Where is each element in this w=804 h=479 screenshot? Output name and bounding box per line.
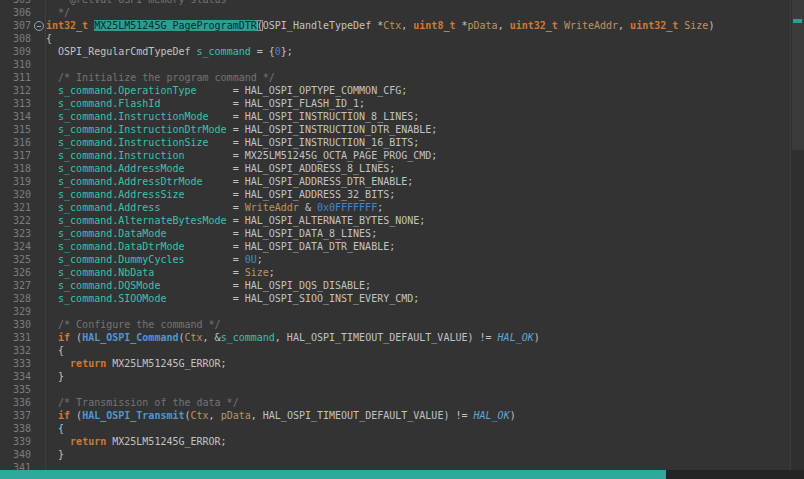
code-line: 309 OSPI_RegularCmdTypeDef s_command = {… [0,45,790,58]
code-token [46,46,58,57]
code-token: int32_t [46,20,88,31]
fold-column [31,84,46,97]
code-token: s_command.InstructionSize [58,137,209,148]
fold-collapse-icon[interactable] [34,21,44,31]
code-text: } [46,370,790,383]
code-token: HAL_OK [498,332,534,343]
code-token [46,293,58,304]
line-number: 329 [0,305,31,318]
code-token: /* Initialize the program command */ [46,72,275,83]
code-text: s_command.SIOOMode = HAL_OSPI_SIOO_INST_… [46,292,790,305]
code-line: 319 s_command.AddressDtrMode = HAL_OSPI_… [0,175,790,188]
fold-column [31,6,46,19]
code-token: , [498,20,510,31]
code-text: /* Transmission of the data */ [46,396,790,409]
code-token: HAL_OSPI_DATA_DTR_ENABLE; [245,241,396,252]
code-line: 324 s_command.DataDtrMode = HAL_OSPI_DAT… [0,240,790,253]
line-number: 331 [0,331,31,344]
horizontal-scrollbar[interactable] [0,470,804,479]
code-line: 333 return MX25LM51245G_ERROR; [0,357,790,370]
fold-column [31,123,46,136]
code-token: Ctx [185,332,203,343]
fold-column [31,383,46,396]
occurrence-highlight: MX25LM51245G_PageProgramDTR [94,20,257,31]
code-token [46,254,58,265]
code-token: s_command.OperationType [58,85,196,96]
code-token: = [166,293,244,304]
line-number: 325 [0,253,31,266]
line-number: 308 [0,32,31,45]
fold-column [31,214,46,227]
code-text: /* Initialize the program command */ [46,71,790,84]
code-token: pData [468,20,498,31]
code-line: 335 [0,383,790,396]
code-token: Size [245,267,269,278]
code-token [46,241,58,252]
code-text: s_command.FlashId = HAL_OSPI_FLASH_ID_1; [46,97,790,110]
code-token: s_command.DataDtrMode [58,241,184,252]
code-line: 315 s_command.InstructionDtrMode = HAL_O… [0,123,790,136]
code-token: HAL_OSPI_TIMEOUT_DEFAULT_VALUE [287,332,468,343]
line-number: 339 [0,435,31,448]
code-token: WriteAddr [564,20,618,31]
line-number: 319 [0,175,31,188]
code-token: uint32_t [510,20,558,31]
vertical-scrollbar[interactable] [790,0,804,470]
fold-column [31,110,46,123]
code-token: Size [684,20,708,31]
code-text: s_command.InstructionSize = HAL_OSPI_INS… [46,136,790,149]
code-token: ; [257,254,263,265]
code-token [46,98,58,109]
code-token: = [209,137,245,148]
code-token: ( [70,332,82,343]
code-token: if [58,332,70,343]
code-text: s_command.NbData = Size; [46,266,790,279]
line-number: 311 [0,71,31,84]
code-token: HAL_OSPI_SIOO_INST_EVERY_CMD; [245,293,420,304]
code-token: Ctx [383,20,401,31]
code-token: pData [221,410,251,421]
code-text: s_command.OperationType = HAL_OSPI_OPTYP… [46,84,790,97]
code-line: 327 s_command.DQSMode = HAL_OSPI_DQS_DIS… [0,279,790,292]
code-token [46,228,58,239]
code-token: = [227,215,245,226]
fold-column [31,292,46,305]
horizontal-scrollbar-thumb[interactable] [0,470,666,479]
code-text: s_command.InstructionMode = HAL_OSPI_INS… [46,110,790,123]
code-token: * [371,20,383,31]
code-token [46,280,58,291]
code-token: , & [203,332,221,343]
code-token: = [184,150,244,161]
fold-column [31,188,46,201]
line-number: 326 [0,266,31,279]
line-number: 332 [0,344,31,357]
code-text: if (HAL_OSPI_Transmit(Ctx, pData, HAL_OS… [46,409,790,422]
fold-column [31,45,46,58]
fold-column [31,175,46,188]
line-number: 328 [0,292,31,305]
code-line: 337 if (HAL_OSPI_Transmit(Ctx, pData, HA… [0,409,790,422]
line-number: 338 [0,422,31,435]
fold-column [31,279,46,292]
code-text: s_command.Address = WriteAddr & 0x0FFFFF… [46,201,790,214]
code-lines[interactable]: 305 * @retval OSPI memory status306 */30… [0,0,790,474]
code-text: s_command.DataDtrMode = HAL_OSPI_DATA_DT… [46,240,790,253]
code-token: ) != [467,332,497,343]
code-token: HAL_OSPI_OPTYPE_COMMON_CFG; [245,85,408,96]
code-token: HAL_OSPI_ADDRESS_DTR_ENABLE; [245,176,414,187]
fold-column [31,318,46,331]
code-token: , [209,410,221,421]
code-token [46,410,58,421]
line-number: 310 [0,58,31,71]
code-token: = [209,111,245,122]
code-token: }; [281,46,293,57]
code-line: 330 /* Configure the command */ [0,318,790,331]
code-token: s_command.DQSMode [58,280,160,291]
code-token [46,215,58,226]
fold-column [31,344,46,357]
occurrence-marker[interactable] [793,19,802,23]
code-token [46,163,58,174]
line-number: 318 [0,162,31,175]
code-token: WriteAddr [245,202,299,213]
code-token [46,332,58,343]
